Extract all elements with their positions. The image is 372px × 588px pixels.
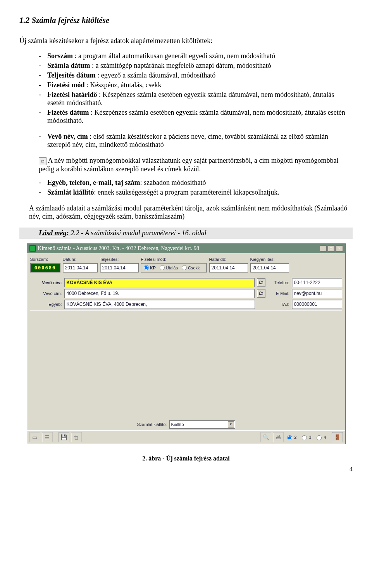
select-kiallito-value: Kiállító	[171, 422, 184, 427]
list-rest: : egyező a számla dátumával, módosítható	[96, 71, 215, 79]
label-teljesites: Teljesítés:	[100, 257, 139, 262]
radio-utalas[interactable]: Utalás	[160, 265, 178, 270]
bullet-list-3: Egyéb, telefon, e-mail, taj szám: szabad…	[19, 179, 353, 197]
field-telefon[interactable]: 00-111-2222	[292, 278, 342, 287]
lookup-address-button[interactable]: 🗂	[257, 289, 265, 298]
titlebar: Kimenő számla - Acusticus 2003. Kft. - 4…	[27, 244, 345, 253]
list-term: Vevő név, cím	[47, 133, 88, 140]
label-vevo-nev: Vevő név:	[30, 280, 62, 285]
list-icon: ☰	[45, 434, 50, 440]
preview-button[interactable]: 🔍	[260, 432, 271, 442]
label-email: E-Mail:	[268, 291, 289, 296]
figure-caption: 2. ábra - Új számla fejrész adatai	[19, 455, 353, 462]
divider	[30, 310, 342, 311]
field-taj[interactable]: 000000001	[292, 300, 342, 309]
window-title: Kimenő számla - Acusticus 2003. Kft. - 4…	[38, 245, 199, 252]
radio-kp-input[interactable]	[144, 265, 149, 270]
document-icon: ▭	[32, 434, 37, 440]
list-item: Fizetési mód : Készpénz, átutalás, csekk	[39, 81, 353, 89]
label-hatarido: Határidő:	[209, 257, 248, 262]
list-item: Számlát kiállító: ennek szükségességét a…	[39, 188, 353, 197]
field-kiegyenlites[interactable]: 2011.04.14	[250, 263, 289, 272]
list-rest: : a program által automatikusan generált…	[73, 52, 275, 60]
field-sorszam: 000680	[30, 263, 60, 272]
radio-copies-4[interactable]: 4	[315, 434, 326, 440]
list-term: Teljesítés dátum	[47, 71, 96, 79]
field-email[interactable]: nev@pont.hu	[292, 289, 342, 298]
field-datum[interactable]: 2011.04.14	[63, 263, 98, 272]
list-term: Fizetési határidő	[47, 91, 97, 98]
door-icon: 🚪	[334, 434, 341, 440]
radio-csekk-input[interactable]	[182, 265, 187, 270]
radio-copies-2-input[interactable]	[287, 435, 292, 440]
maximize-button[interactable]: □	[328, 245, 335, 252]
floppy-icon: 💾	[60, 434, 67, 440]
exit-button[interactable]: 🚪	[332, 432, 343, 442]
label-kiegyenlites: Kiegyenlítés:	[250, 257, 289, 262]
magnifier-icon: 🔍	[263, 434, 269, 440]
radio-utalas-input[interactable]	[160, 265, 165, 270]
chevron-down-icon[interactable]: ▼	[228, 421, 234, 428]
row-vevo-nev: Vevő név: KOVÁCSNÉ KIS ÉVA 🗂 Telefon: 00…	[30, 278, 342, 287]
printer-icon: 🖶	[276, 434, 281, 440]
list-item: Sorszám : a program által automatikusan …	[39, 52, 353, 60]
save-button[interactable]: 💾	[59, 432, 69, 442]
radio-copies-2[interactable]: 2	[285, 434, 296, 440]
label-egyeb: Egyéb:	[30, 302, 62, 307]
see-also-bar: Lásd még: 2.2 - A számlázási modul param…	[19, 228, 353, 239]
items-grid-placeholder	[30, 313, 342, 418]
select-kiallito[interactable]: Kiállító ▼	[169, 420, 235, 429]
icon-hint-text: A név mögötti nyomógombokkal választhatu…	[39, 157, 338, 173]
minimize-button[interactable]: _	[320, 245, 327, 252]
field-hatarido[interactable]: 2011.04.14	[209, 263, 248, 272]
row-vevo-cim: Vevő cím: 4000 Debrecen, Fő u. 19. 🗂 E-M…	[30, 289, 342, 298]
list-term: Egyéb, telefon, e-mail, taj szám	[47, 179, 140, 186]
label-sorszam: Sorszám:	[30, 257, 60, 262]
row-egyeb: Egyéb: KOVÁCSNÉ KIS ÉVA, 4000 Debrecen, …	[30, 300, 342, 309]
copy-count-radios[interactable]: 2 3 4	[285, 434, 326, 440]
see-also-label: Lásd még:	[39, 229, 71, 237]
radio-copies-3[interactable]: 3	[300, 434, 311, 440]
fizmod-radio-group[interactable]: KP Utalás Csekk	[141, 263, 207, 272]
list-item: Vevő név, cím : első számla készítésekor…	[39, 133, 353, 149]
list-term: Fizetés dátum	[47, 109, 89, 116]
lookup-icon: 🗂	[39, 157, 46, 165]
field-vevo-cim[interactable]: 4000 Debrecen, Fő u. 19.	[64, 289, 255, 298]
invoice-window: Kimenő számla - Acusticus 2003. Kft. - 4…	[27, 243, 346, 444]
radio-csekk[interactable]: Csekk	[182, 265, 200, 270]
lookup-partner-button[interactable]: 🗂	[257, 278, 265, 287]
intro-paragraph: Új számla készítésekor a fejrész adatok …	[19, 37, 353, 45]
list-rest: : Készpénzes számla esetében egyezik szá…	[47, 109, 345, 124]
print-button[interactable]: 🖶	[273, 432, 284, 442]
row-kiallito: Számlát kiállító: Kiállító ▼	[30, 420, 342, 429]
page-number: 4	[19, 466, 353, 473]
label-vevo-cim: Vevő cím:	[30, 291, 62, 296]
field-teljesites[interactable]: 2011.04.14	[100, 263, 139, 272]
radio-copies-3-input[interactable]	[302, 435, 307, 440]
screenshot-window-wrap: Kimenő számla - Acusticus 2003. Kft. - 4…	[27, 243, 346, 444]
icon-hint-paragraph: 🗂 A név mögötti nyomógombokkal választha…	[19, 157, 353, 173]
list-term: Számlát kiállító	[47, 188, 94, 196]
list-rest: : a számítógép naptárának megfelelő azna…	[90, 62, 271, 69]
list-item: Egyéb, telefon, e-mail, taj szám: szabad…	[39, 179, 353, 187]
header-fields-row: 000680 2011.04.14 2011.04.14 KP Utalás C…	[30, 263, 342, 272]
trash-icon: 🗑	[74, 434, 79, 440]
list-button[interactable]: ☰	[42, 432, 53, 442]
list-item: Fizetés dátum : Készpénzes számla esetéb…	[39, 109, 353, 125]
label-kiallito: Számlát kiállító:	[137, 422, 167, 427]
list-item: Számla dátum : a számítógép naptárának m…	[39, 62, 353, 70]
delete-button[interactable]: 🗑	[71, 432, 82, 442]
list-item: Fizetési határidő : Készpénzes számla es…	[39, 91, 353, 107]
list-term: Számla dátum	[47, 62, 90, 69]
list-item: Teljesítés dátum : egyező a számla dátum…	[39, 71, 353, 79]
field-vevo-nev[interactable]: KOVÁCSNÉ KIS ÉVA	[64, 278, 255, 287]
field-egyeb[interactable]: KOVÁCSNÉ KIS ÉVA, 4000 Debrecen,	[64, 300, 255, 309]
app-icon	[29, 245, 36, 252]
radio-copies-4-input[interactable]	[317, 435, 322, 440]
radio-kp[interactable]: KP	[144, 265, 156, 270]
bullet-list-1: Sorszám : a program által automatikusan …	[19, 52, 353, 125]
label-taj: TAJ:	[268, 302, 289, 307]
list-term: Sorszám	[47, 52, 73, 60]
close-button[interactable]: ×	[336, 245, 343, 252]
new-button[interactable]: ▭	[29, 432, 40, 442]
